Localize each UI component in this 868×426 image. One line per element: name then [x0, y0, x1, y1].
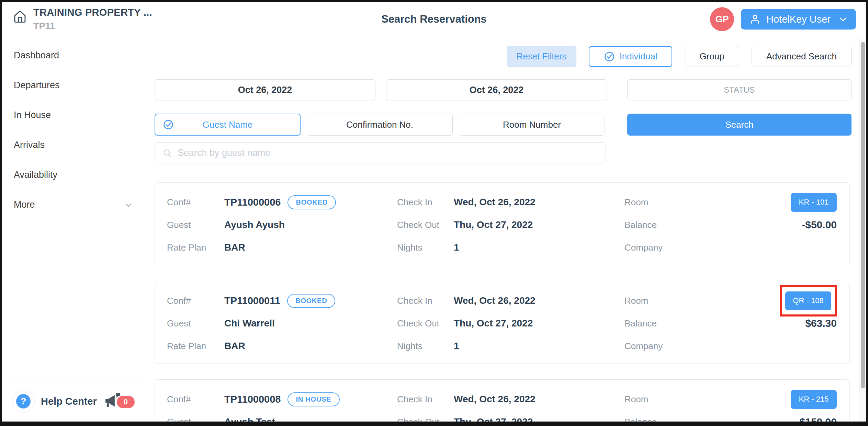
chevron-down-icon: [124, 200, 133, 209]
check-in-value: Wed, Oct 26, 2022: [454, 197, 624, 208]
confirmation-number: TP11000011: [224, 295, 280, 307]
confirmation-number: TP11000008: [224, 394, 281, 405]
conf-label: Conf#: [167, 197, 224, 208]
property-name: TRAINING PROPERTY ...: [33, 7, 152, 18]
sidebar-item-label: In House: [14, 110, 51, 120]
room-cell: KR - 101: [683, 193, 837, 212]
help-center: ? Help Center 0: [2, 382, 144, 422]
search-mode-tabs: Guest Name Confirmation No.: [155, 114, 852, 136]
check-in-value: Wed, Oct 26, 2022: [454, 394, 624, 405]
avatar[interactable]: GP: [710, 7, 734, 31]
status-dropdown[interactable]: STATUS: [627, 79, 852, 101]
check-in-value: Wed, Oct 26, 2022: [454, 295, 624, 306]
reservation-list: Conf# TP11000006 BOOKED Check In Wed, Oc…: [155, 182, 852, 422]
chevron-down-icon: [838, 14, 848, 24]
sidebar-nav-item[interactable]: More: [2, 190, 144, 220]
sidebar-item-label: Departures: [14, 80, 60, 91]
room-badge[interactable]: QR - 108: [785, 291, 831, 310]
check-out-label: Check Out: [397, 318, 454, 329]
search-mode-tab[interactable]: Room Number: [459, 114, 605, 136]
sidebar: Dashboard Departures In House: [2, 37, 144, 422]
sidebar-nav-item[interactable]: In House: [2, 100, 144, 130]
rate-plan-label: Rate Plan: [167, 242, 224, 253]
status-badge: IN HOUSE: [288, 392, 339, 406]
conf-cell: TP11000006 BOOKED: [224, 195, 397, 209]
reservation-card[interactable]: Conf# TP11000006 BOOKED Check In Wed, Oc…: [155, 182, 850, 265]
sidebar-item-label: Dashboard: [14, 50, 59, 61]
sidebar-nav: Dashboard Departures In House: [2, 37, 144, 220]
app-window: TRAINING PROPERTY ... TP11 Search Reserv…: [0, 0, 868, 426]
check-out-label: Check Out: [397, 220, 454, 230]
room-label: Room: [624, 394, 683, 405]
check-out-value: Thu, Oct 27, 2022: [454, 318, 624, 329]
conf-label: Conf#: [167, 296, 224, 306]
search-input[interactable]: [155, 142, 606, 163]
header-right: GP HotelKey User: [710, 7, 856, 31]
search-mode-label: Confirmation No.: [346, 119, 413, 130]
sidebar-nav-item[interactable]: Availability: [2, 160, 144, 190]
balance-value: -$50.00: [683, 219, 837, 231]
status-badge: BOOKED: [287, 294, 336, 308]
rate-plan-value: BAR: [224, 242, 397, 253]
property-brand-text: TRAINING PROPERTY ... TP11: [33, 7, 152, 32]
reservation-type-label: Advanced Search: [766, 51, 837, 62]
conf-cell: TP11000008 IN HOUSE: [224, 392, 397, 406]
search-button[interactable]: Search: [627, 114, 852, 136]
reservation-type-button[interactable]: Individual: [589, 46, 673, 67]
check-in-date-field[interactable]: Oct 26, 2022: [155, 79, 375, 101]
room-highlight-box: QR - 108: [780, 285, 837, 316]
balance-label: Balance: [624, 220, 683, 230]
reservation-card[interactable]: Conf# TP11000008 IN HOUSE Check In Wed, …: [155, 379, 850, 422]
check-out-date-field[interactable]: Oct 26, 2022: [386, 79, 607, 101]
check-out-value: Thu, Oct 27, 2022: [454, 416, 624, 422]
property-brand[interactable]: TRAINING PROPERTY ... TP11: [12, 7, 152, 32]
balance-label: Balance: [624, 318, 683, 329]
sidebar-nav-item[interactable]: Arrivals: [2, 130, 144, 160]
top-header: TRAINING PROPERTY ... TP11 Search Reserv…: [2, 2, 866, 37]
room-badge[interactable]: KR - 215: [791, 390, 837, 409]
home-icon: [12, 9, 28, 25]
help-button[interactable]: ?: [12, 390, 35, 413]
company-label: Company: [624, 341, 683, 352]
check-circle-icon: [163, 119, 174, 130]
nights-label: Nights: [397, 242, 454, 253]
check-out-label: Check Out: [397, 417, 454, 422]
check-circle-icon: [604, 51, 615, 62]
search-mode-label: Guest Name: [203, 119, 253, 130]
property-code: TP11: [33, 21, 152, 32]
reservation-type-buttons: Individual Group: [589, 46, 852, 67]
nights-value: 1: [454, 242, 624, 253]
check-in-label: Check In: [397, 296, 454, 306]
user-menu-button[interactable]: HotelKey User: [741, 9, 856, 30]
filters-row: Reset Filters Individual: [155, 46, 852, 67]
guest-label: Guest: [167, 417, 224, 422]
room-badge[interactable]: KR - 101: [791, 193, 837, 212]
question-mark-icon: ?: [16, 394, 31, 408]
sidebar-nav-item[interactable]: Dashboard: [2, 41, 144, 70]
room-label: Room: [624, 197, 683, 208]
search-mode-tab[interactable]: Confirmation No.: [307, 114, 453, 136]
status-badge: BOOKED: [288, 195, 336, 209]
sidebar-nav-item[interactable]: Departures: [2, 70, 144, 100]
company-label: Company: [624, 242, 683, 253]
room-highlight-box: KR - 215: [791, 390, 837, 409]
user-icon: [749, 13, 761, 25]
guest-label: Guest: [167, 220, 224, 230]
guest-value: Ayush Test: [224, 416, 397, 422]
balance-label: Balance: [624, 417, 683, 422]
nights-value: 1: [454, 341, 624, 352]
reservation-type-button[interactable]: Advanced Search: [752, 46, 852, 67]
reservation-type-label: Group: [699, 51, 724, 62]
search-mode-tab[interactable]: Guest Name: [155, 114, 301, 136]
scrollbar-thumb[interactable]: [861, 42, 865, 388]
announcements-button[interactable]: 0: [103, 392, 135, 411]
search-tabs-group: Guest Name Confirmation No.: [155, 114, 605, 136]
balance-value: $63.30: [683, 318, 837, 329]
reservation-card[interactable]: Conf# TP11000011 BOOKED Check In Wed, Oc…: [155, 281, 850, 364]
reset-filters-button[interactable]: Reset Filters: [507, 46, 576, 67]
search-icon: [162, 148, 172, 158]
page-title: Search Reservations: [381, 13, 487, 25]
reservation-type-button[interactable]: Group: [685, 46, 739, 67]
guest-value: Ayush Ayush: [224, 219, 397, 230]
balance-value: $150.00: [683, 416, 837, 422]
